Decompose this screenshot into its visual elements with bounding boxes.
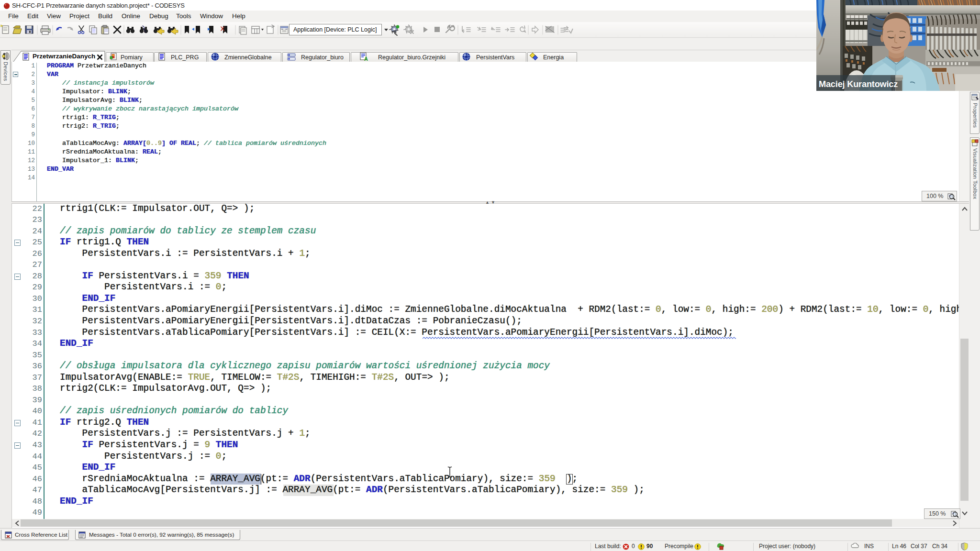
svg-text:B: B	[144, 29, 146, 33]
svg-text:Maciej Kurantowicz: Maciej Kurantowicz	[819, 79, 898, 89]
svg-text:A: A	[364, 56, 368, 61]
